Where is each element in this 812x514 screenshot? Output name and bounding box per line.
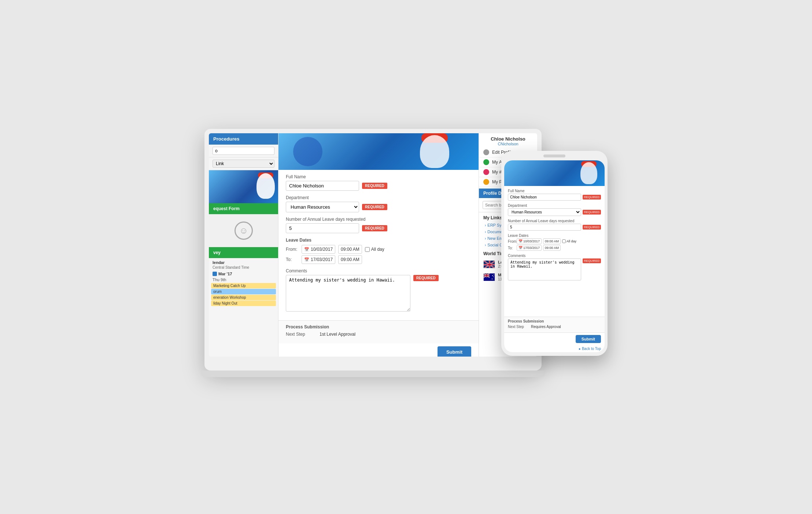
phone-department-required: REQUIRED (583, 210, 601, 215)
sidebar-link-row: Link (209, 157, 278, 170)
department-row: Human Resources REQUIRED (286, 202, 471, 212)
phone: Full Name REQUIRED Department Human Reso… (501, 151, 608, 356)
phone-department-group: Department Human Resources REQUIRED (508, 204, 601, 216)
sidebar-search-area (209, 145, 278, 157)
phone-all-day-input[interactable] (562, 239, 566, 243)
sidebar-event-2: orum (211, 289, 276, 294)
link-arrow-4: › (485, 243, 486, 247)
full-name-input[interactable] (286, 181, 359, 191)
to-cal-icon: 📅 (304, 257, 309, 262)
phone-annual-leave-input[interactable] (508, 224, 581, 231)
from-date-value: 10/03/2017 (311, 247, 333, 252)
all-day-checkbox[interactable]: All day (365, 247, 384, 252)
process-section: Process Submission Next Step 1st Level A… (278, 320, 479, 343)
user-header: Chloe Nicholso CNicholson (479, 133, 537, 148)
phone-back-to-top[interactable]: ▸ Back to Top (504, 345, 605, 352)
phone-annual-leave-row: REQUIRED (508, 224, 601, 231)
scene: Procedures Link equest Form (204, 129, 608, 385)
phone-department-select[interactable]: Human Resources (508, 208, 581, 216)
phone-comments-group: Comments Attending my sister's wedding i… (508, 254, 601, 280)
phone-from-label: From: (508, 239, 515, 243)
from-label: From: (286, 247, 299, 252)
phone-from-date[interactable]: 📅 10/03/2017 (517, 238, 542, 244)
sidebar-search-input[interactable] (213, 147, 274, 155)
sidebar-survey-label[interactable]: vey (209, 247, 278, 258)
to-time-value: 09:00 AM (341, 257, 359, 262)
phone-to-row: To: 📅 17/03/2017 09:00 AM (508, 245, 601, 251)
phone-comments-required: REQUIRED (583, 258, 601, 263)
comments-group: Comments Attending my sister's wedding i… (286, 268, 471, 312)
comments-textarea[interactable]: Attending my sister's wedding in Hawaii. (286, 275, 410, 312)
annual-leave-label: Number of Annual Leave days requested (286, 217, 471, 222)
uk-flag-icon (483, 260, 495, 268)
svg-point-19 (492, 275, 493, 276)
phone-notch (543, 154, 565, 157)
phone-full-name-row: REQUIRED (508, 194, 601, 201)
annual-leave-required: REQUIRED (362, 225, 387, 231)
from-time-value: 09:00 AM (341, 247, 359, 252)
phone-annual-leave-label: Number of Annual Leave days requested (508, 219, 601, 223)
phone-from-time-value: 09:00 AM (545, 239, 559, 243)
phone-form: Full Name REQUIRED Department Human Reso… (504, 186, 605, 317)
phone-from-row: From: 📅 10/03/2017 09:00 AM All day (508, 238, 601, 244)
phone-annual-leave-group: Number of Annual Leave days requested RE… (508, 219, 601, 231)
phone-screen: Full Name REQUIRED Department Human Reso… (504, 160, 605, 352)
phone-next-step-key: Next Step (508, 325, 528, 329)
to-date-value: 17/03/2017 (311, 257, 333, 262)
laptop-base (201, 370, 545, 377)
phone-next-step-value: Requires Approval (531, 325, 561, 329)
submit-row: Submit (278, 343, 479, 357)
phone-to-date[interactable]: 📅 17/03/2017 (517, 245, 542, 251)
comments-required: REQUIRED (413, 275, 439, 281)
sidebar-calendar-label: lendar (209, 258, 278, 265)
sidebar-event-3: eneration Workshop (211, 295, 276, 300)
annual-leave-group: Number of Annual Leave days requested RE… (286, 217, 471, 233)
sidebar-link-select[interactable]: Link (213, 160, 274, 168)
profile-icon (483, 149, 489, 155)
laptop: Procedures Link equest Form (204, 129, 542, 370)
full-name-label: Full Name (286, 174, 471, 179)
link-arrow-2: › (485, 230, 486, 234)
laptop-screen: Procedures Link equest Form (209, 133, 537, 357)
phone-full-name-group: Full Name REQUIRED (508, 189, 601, 201)
annual-leave-input[interactable] (286, 223, 359, 233)
from-date-row: From: 📅 10/03/2017 09:00 AM All day (286, 245, 471, 254)
phone-leave-dates-label: Leave Dates (508, 234, 601, 238)
sidebar-timezone: Central Standard Time (209, 265, 278, 271)
phone-comments-textarea[interactable]: Attending my sister's wedding in Hawaii. (508, 258, 581, 280)
user-handle: CNicholson (483, 142, 533, 146)
annual-leave-row: REQUIRED (286, 223, 471, 233)
comments-row: Attending my sister's wedding in Hawaii.… (286, 275, 471, 312)
phone-all-day[interactable]: All day (562, 239, 576, 243)
phone-department-row: Human Resources REQUIRED (508, 208, 601, 216)
phone-from-date-value: 10/03/2017 (523, 239, 540, 243)
phone-to-date-value: 17/03/2017 (523, 246, 540, 250)
link-arrow-1: › (485, 223, 486, 227)
phone-process-title: Process Submission (508, 319, 601, 323)
to-time-input[interactable]: 09:00 AM (338, 255, 362, 264)
phone-from-time[interactable]: 09:00 AM (543, 238, 561, 244)
from-date-input[interactable]: 📅 10/03/2017 (302, 245, 335, 254)
sidebar-smiley-section: ☺ (209, 214, 278, 247)
phone-submit-row: Submit (504, 332, 605, 345)
all-day-check-input[interactable] (365, 247, 370, 252)
phone-full-name-required: REQUIRED (583, 195, 601, 200)
phone-annual-leave-required: REQUIRED (583, 225, 601, 230)
left-sidebar: Procedures Link equest Form (209, 133, 278, 357)
from-time-input[interactable]: 09:00 AM (338, 245, 362, 254)
sidebar-event-1: Marketing Catch Up (211, 283, 276, 288)
next-step-key: Next Step (286, 332, 315, 337)
sidebar-day: Thu 9th (209, 277, 278, 283)
phone-full-name-input[interactable] (508, 194, 581, 201)
main-content: Full Name REQUIRED Department Human Reso… (278, 133, 479, 357)
to-date-input[interactable]: 📅 17/03/2017 (302, 255, 335, 264)
department-select[interactable]: Human Resources (286, 202, 359, 212)
sidebar-request-form-label[interactable]: equest Form (209, 203, 278, 214)
leave-dates-label: Leave Dates (286, 238, 471, 243)
phone-to-time[interactable]: 09:00 AM (543, 245, 561, 251)
submit-button[interactable]: Submit (438, 346, 471, 357)
full-name-group: Full Name REQUIRED (286, 174, 471, 191)
process-title: Process Submission (286, 324, 471, 329)
phone-submit-button[interactable]: Submit (576, 335, 601, 343)
phone-department-label: Department (508, 204, 601, 208)
